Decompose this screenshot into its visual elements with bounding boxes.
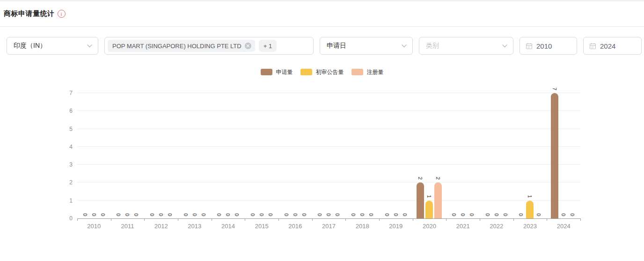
bar-value-label: 2: [417, 175, 424, 181]
bar-slot: 0: [148, 94, 156, 218]
year-group: 0002016: [278, 94, 312, 218]
bar-value-label: 0: [368, 211, 374, 218]
x-axis-tick: [345, 218, 346, 221]
bar-slot: 0: [99, 94, 107, 218]
legend-label: 申请量: [276, 68, 293, 76]
x-axis-label: 2016: [278, 223, 312, 230]
bar-slot: 0: [493, 94, 500, 218]
bar-value-label: 0: [569, 211, 576, 218]
year-group: 0102023: [513, 94, 547, 218]
bar-slot: 0: [484, 94, 491, 218]
bar-value-label: 0: [200, 211, 207, 218]
year-group: 0002014: [212, 94, 245, 218]
bar-value-label: 0: [283, 211, 290, 218]
bar-value-label: 1: [426, 193, 432, 200]
bar-value-label: 0: [216, 211, 222, 218]
bar-slot: 1: [526, 94, 534, 218]
gridline: [77, 93, 580, 93]
bar-chart: 0123456700020100002011000201200020130002…: [77, 94, 580, 234]
bar-slot: 0: [517, 94, 525, 218]
bar-slot: 0: [258, 94, 265, 218]
legend-swatch: [261, 69, 272, 75]
bar-slot: 0: [383, 94, 391, 218]
bar-slot: 0: [81, 94, 89, 218]
bar-value-label: 0: [258, 211, 265, 218]
x-axis-tick: [77, 218, 78, 221]
bar-value-label: 0: [249, 211, 256, 218]
year-group: 7002024: [547, 94, 580, 218]
x-axis-label: 2011: [111, 223, 145, 230]
bar-slot: 0: [350, 94, 357, 218]
x-axis-tick: [144, 218, 145, 221]
bar-初审公告量: [425, 201, 433, 218]
year-group: 0002019: [379, 94, 413, 218]
bar-slot: 0: [283, 94, 290, 218]
bar-value-label: 0: [502, 211, 509, 218]
bar-slot: 0: [392, 94, 400, 218]
y-axis-tick-label: 1: [57, 197, 73, 204]
legend-item[interactable]: 初审公告量: [300, 68, 344, 76]
bar-value-label: 0: [325, 211, 332, 218]
bar-value-label: 0: [493, 211, 500, 218]
x-axis-label: 2010: [77, 223, 111, 230]
year-group: 0002011: [111, 94, 145, 218]
country-select[interactable]: 印度（IN）: [7, 37, 98, 55]
bar-value-label: 0: [267, 211, 274, 218]
bar-申请量: [417, 182, 424, 218]
bar-value-label: 0: [334, 211, 341, 218]
bar-value-label: 0: [133, 211, 139, 218]
bar-value-label: 0: [183, 211, 189, 218]
bar-value-label: 0: [350, 211, 357, 218]
x-axis-tick: [446, 218, 446, 221]
bar-slot: 0: [267, 94, 274, 218]
applicant-more-tag[interactable]: + 1: [259, 40, 277, 52]
legend-label: 初审公告量: [316, 68, 344, 76]
bar-slot: 0: [401, 94, 409, 218]
x-axis-label: 2020: [413, 223, 446, 230]
chart-legend: 申请量初审公告量注册量: [0, 68, 644, 76]
bar-value-label: 0: [124, 211, 131, 218]
bar-value-label: 0: [301, 211, 307, 218]
bar-slot: 0: [569, 94, 576, 218]
end-year-value: 2024: [600, 42, 615, 50]
x-axis-tick: [212, 218, 212, 221]
bar-slot: 0: [249, 94, 256, 218]
year-group: 0002017: [312, 94, 346, 218]
bar-value-label: 0: [100, 211, 106, 218]
bar-slot: 0: [502, 94, 509, 218]
bar-value-label: 0: [484, 211, 491, 218]
x-axis-label: 2015: [245, 223, 278, 230]
bar-slot: 0: [124, 94, 131, 218]
info-icon[interactable]: i: [58, 10, 66, 18]
year-group: 0002013: [178, 94, 212, 218]
legend-swatch: [351, 69, 363, 75]
applicant-input[interactable]: POP MART (SINGAPORE) HOLDING PTE LTD ✕ +…: [104, 37, 314, 55]
bar-value-label: 0: [191, 211, 198, 218]
bar-申请量: [551, 93, 558, 218]
bar-value-label: 0: [402, 211, 408, 218]
close-icon[interactable]: ✕: [245, 43, 251, 49]
x-axis-tick: [513, 218, 514, 221]
bar-value-label: 1: [527, 193, 533, 200]
bar-slot: 0: [224, 94, 232, 218]
legend-swatch: [300, 69, 312, 75]
year-group: 0002012: [144, 94, 178, 218]
bar-value-label: 0: [535, 211, 542, 218]
bar-slot: 0: [468, 94, 476, 218]
x-axis-tick: [379, 218, 380, 221]
category-select[interactable]: 类别: [419, 37, 513, 55]
y-axis-tick-label: 6: [57, 108, 73, 114]
year-group: 0002022: [480, 94, 513, 218]
legend-item[interactable]: 申请量: [261, 68, 293, 76]
start-year-input[interactable]: 2010: [520, 37, 577, 55]
bar-slot: 2: [434, 94, 442, 218]
year-group: 0002010: [77, 94, 111, 218]
date-type-select[interactable]: 申请日: [320, 37, 413, 55]
bar-slot: 0: [535, 94, 542, 218]
legend-item[interactable]: 注册量: [351, 68, 384, 76]
bar-value-label: 0: [82, 211, 88, 218]
year-group: 0002018: [345, 94, 379, 218]
bar-slot: 0: [359, 94, 366, 218]
y-axis-tick-label: 0: [57, 215, 73, 222]
end-year-input[interactable]: 2024: [583, 37, 642, 55]
